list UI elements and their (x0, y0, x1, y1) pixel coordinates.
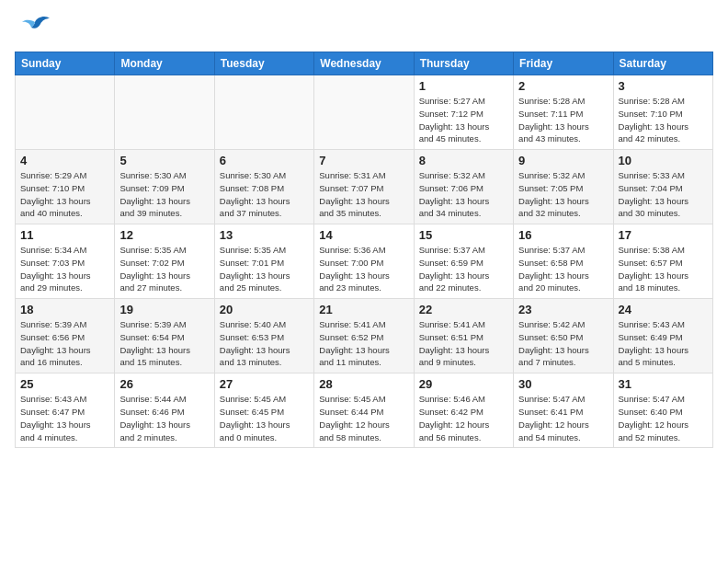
table-row: 31Sunrise: 5:47 AM Sunset: 6:40 PM Dayli… (613, 373, 712, 448)
table-row (16, 75, 115, 150)
day-number: 8 (419, 154, 508, 167)
table-row: 6Sunrise: 5:30 AM Sunset: 7:08 PM Daylig… (214, 150, 313, 224)
day-number: 16 (518, 228, 608, 242)
day-number: 3 (619, 79, 708, 93)
day-number: 24 (619, 303, 708, 316)
day-number: 29 (419, 377, 508, 391)
day-info: Sunrise: 5:31 AM Sunset: 7:07 PM Dayligh… (319, 169, 408, 220)
day-info: Sunrise: 5:40 AM Sunset: 6:53 PM Dayligh… (220, 318, 309, 369)
day-info: Sunrise: 5:39 AM Sunset: 6:56 PM Dayligh… (20, 318, 109, 369)
day-info: Sunrise: 5:36 AM Sunset: 7:00 PM Dayligh… (319, 244, 408, 294)
day-info: Sunrise: 5:37 AM Sunset: 6:59 PM Dayligh… (419, 244, 508, 294)
day-number: 26 (119, 377, 209, 391)
logo-bird-icon (18, 15, 51, 40)
day-info: Sunrise: 5:44 AM Sunset: 6:46 PM Dayligh… (119, 393, 209, 443)
day-info: Sunrise: 5:28 AM Sunset: 7:10 PM Dayligh… (619, 95, 708, 145)
day-info: Sunrise: 5:41 AM Sunset: 6:52 PM Dayligh… (319, 318, 408, 369)
table-row: 22Sunrise: 5:41 AM Sunset: 6:51 PM Dayli… (414, 299, 513, 373)
day-info: Sunrise: 5:28 AM Sunset: 7:11 PM Dayligh… (518, 95, 608, 145)
calendar-header-row: Sunday Monday Tuesday Wednesday Thursday… (16, 52, 713, 75)
day-number: 2 (518, 79, 608, 93)
day-info: Sunrise: 5:37 AM Sunset: 6:58 PM Dayligh… (518, 244, 608, 294)
calendar-table: Sunday Monday Tuesday Wednesday Thursday… (15, 52, 713, 448)
day-info: Sunrise: 5:35 AM Sunset: 7:02 PM Dayligh… (119, 244, 209, 294)
day-info: Sunrise: 5:46 AM Sunset: 6:42 PM Dayligh… (419, 393, 508, 443)
day-number: 10 (619, 154, 708, 167)
day-info: Sunrise: 5:47 AM Sunset: 6:40 PM Dayligh… (619, 393, 708, 443)
col-friday: Friday (514, 52, 613, 75)
logo (15, 15, 51, 40)
table-row: 10Sunrise: 5:33 AM Sunset: 7:04 PM Dayli… (613, 150, 712, 224)
day-info: Sunrise: 5:30 AM Sunset: 7:08 PM Dayligh… (220, 169, 309, 220)
calendar-week-row: 11Sunrise: 5:34 AM Sunset: 7:03 PM Dayli… (16, 224, 713, 299)
table-row: 19Sunrise: 5:39 AM Sunset: 6:54 PM Dayli… (115, 299, 214, 373)
day-number: 4 (20, 154, 109, 167)
col-monday: Monday (115, 52, 214, 75)
day-info: Sunrise: 5:47 AM Sunset: 6:41 PM Dayligh… (518, 393, 608, 443)
page: Sunday Monday Tuesday Wednesday Thursday… (0, 0, 728, 457)
col-thursday: Thursday (414, 52, 513, 75)
table-row: 25Sunrise: 5:43 AM Sunset: 6:47 PM Dayli… (16, 373, 115, 448)
table-row: 8Sunrise: 5:32 AM Sunset: 7:06 PM Daylig… (414, 150, 513, 224)
day-number: 30 (518, 377, 608, 391)
day-info: Sunrise: 5:35 AM Sunset: 7:01 PM Dayligh… (220, 244, 309, 294)
table-row: 21Sunrise: 5:41 AM Sunset: 6:52 PM Dayli… (314, 299, 414, 373)
day-info: Sunrise: 5:32 AM Sunset: 7:05 PM Dayligh… (518, 169, 608, 220)
day-info: Sunrise: 5:32 AM Sunset: 7:06 PM Dayligh… (419, 169, 508, 220)
table-row: 24Sunrise: 5:43 AM Sunset: 6:49 PM Dayli… (613, 299, 712, 373)
day-number: 5 (119, 154, 209, 167)
day-number: 25 (20, 377, 109, 391)
day-number: 18 (20, 303, 109, 316)
day-info: Sunrise: 5:29 AM Sunset: 7:10 PM Dayligh… (20, 169, 109, 220)
table-row (314, 75, 414, 150)
col-saturday: Saturday (613, 52, 712, 75)
day-info: Sunrise: 5:45 AM Sunset: 6:45 PM Dayligh… (220, 393, 309, 443)
day-number: 17 (619, 228, 708, 242)
day-info: Sunrise: 5:34 AM Sunset: 7:03 PM Dayligh… (20, 244, 109, 294)
day-info: Sunrise: 5:43 AM Sunset: 6:47 PM Dayligh… (20, 393, 109, 443)
calendar-week-row: 1Sunrise: 5:27 AM Sunset: 7:12 PM Daylig… (16, 75, 713, 150)
day-number: 31 (619, 377, 708, 391)
day-number: 11 (20, 228, 109, 242)
col-tuesday: Tuesday (214, 52, 313, 75)
day-number: 27 (220, 377, 309, 391)
table-row (214, 75, 313, 150)
day-number: 6 (220, 154, 309, 167)
day-info: Sunrise: 5:45 AM Sunset: 6:44 PM Dayligh… (319, 393, 408, 443)
calendar-week-row: 18Sunrise: 5:39 AM Sunset: 6:56 PM Dayli… (16, 299, 713, 373)
day-info: Sunrise: 5:42 AM Sunset: 6:50 PM Dayligh… (518, 318, 608, 369)
day-number: 15 (419, 228, 508, 242)
table-row: 14Sunrise: 5:36 AM Sunset: 7:00 PM Dayli… (314, 224, 414, 299)
day-number: 9 (518, 154, 608, 167)
day-number: 21 (319, 303, 408, 316)
table-row: 13Sunrise: 5:35 AM Sunset: 7:01 PM Dayli… (214, 224, 313, 299)
day-number: 7 (319, 154, 408, 167)
table-row: 4Sunrise: 5:29 AM Sunset: 7:10 PM Daylig… (16, 150, 115, 224)
day-number: 13 (220, 228, 309, 242)
table-row: 1Sunrise: 5:27 AM Sunset: 7:12 PM Daylig… (414, 75, 513, 150)
day-info: Sunrise: 5:41 AM Sunset: 6:51 PM Dayligh… (419, 318, 508, 369)
col-wednesday: Wednesday (314, 52, 414, 75)
header (15, 15, 713, 40)
table-row (115, 75, 214, 150)
day-number: 1 (419, 79, 508, 93)
table-row: 23Sunrise: 5:42 AM Sunset: 6:50 PM Dayli… (514, 299, 613, 373)
table-row: 9Sunrise: 5:32 AM Sunset: 7:05 PM Daylig… (514, 150, 613, 224)
table-row: 16Sunrise: 5:37 AM Sunset: 6:58 PM Dayli… (514, 224, 613, 299)
table-row: 11Sunrise: 5:34 AM Sunset: 7:03 PM Dayli… (16, 224, 115, 299)
day-number: 23 (518, 303, 608, 316)
calendar-week-row: 25Sunrise: 5:43 AM Sunset: 6:47 PM Dayli… (16, 373, 713, 448)
day-number: 20 (220, 303, 309, 316)
col-sunday: Sunday (16, 52, 115, 75)
table-row: 12Sunrise: 5:35 AM Sunset: 7:02 PM Dayli… (115, 224, 214, 299)
table-row: 5Sunrise: 5:30 AM Sunset: 7:09 PM Daylig… (115, 150, 214, 224)
day-info: Sunrise: 5:38 AM Sunset: 6:57 PM Dayligh… (619, 244, 708, 294)
day-number: 22 (419, 303, 508, 316)
day-info: Sunrise: 5:33 AM Sunset: 7:04 PM Dayligh… (619, 169, 708, 220)
table-row: 2Sunrise: 5:28 AM Sunset: 7:11 PM Daylig… (514, 75, 613, 150)
day-info: Sunrise: 5:43 AM Sunset: 6:49 PM Dayligh… (619, 318, 708, 369)
table-row: 26Sunrise: 5:44 AM Sunset: 6:46 PM Dayli… (115, 373, 214, 448)
table-row: 30Sunrise: 5:47 AM Sunset: 6:41 PM Dayli… (514, 373, 613, 448)
day-number: 28 (319, 377, 408, 391)
table-row: 20Sunrise: 5:40 AM Sunset: 6:53 PM Dayli… (214, 299, 313, 373)
